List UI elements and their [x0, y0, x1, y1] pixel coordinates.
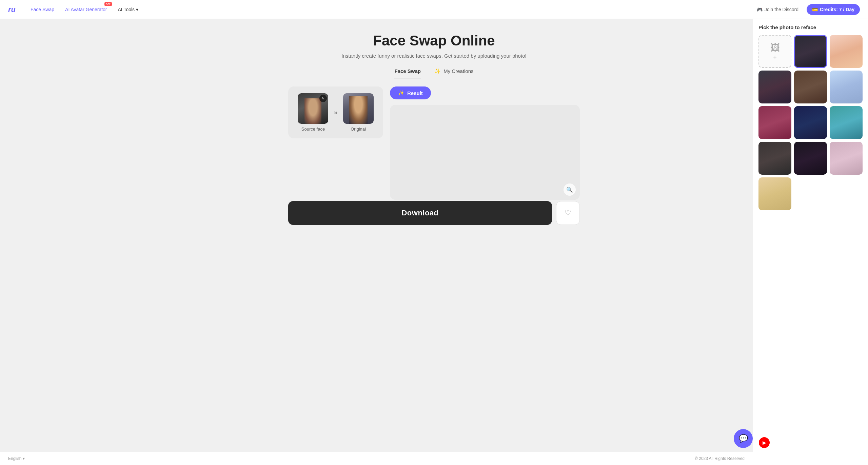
arrow-icon: » — [334, 109, 337, 116]
source-face-image[interactable]: ✎ — [298, 93, 328, 124]
download-button[interactable]: Download — [288, 201, 552, 225]
photo-thumb-6[interactable] — [758, 106, 791, 139]
tab-my-creations[interactable]: ✨ My Creations — [434, 68, 474, 78]
photo-thumb-2[interactable] — [830, 35, 863, 68]
chat-widget[interactable]: 💬 — [734, 429, 753, 448]
add-photo-icon: 🖼 — [770, 42, 780, 53]
zoom-button[interactable]: 🔍 — [564, 183, 576, 196]
photo-thumb-5[interactable] — [830, 71, 863, 103]
face-pair: ✎ Source face » Original — [295, 93, 376, 132]
workspace: ✎ Source face » Original ✨ — [288, 86, 580, 200]
footer: English ▾ © 2023 All Rights Reserved — [0, 452, 753, 465]
tab-bar: Face Swap ✨ My Creations — [394, 68, 473, 78]
main-nav: Face Swap AI Avatar Generator hot AI Too… — [26, 4, 753, 15]
bottom-actions: Download ♡ — [288, 201, 580, 225]
discord-icon: 🎮 — [757, 7, 763, 12]
nav-ai-avatar[interactable]: AI Avatar Generator hot — [61, 4, 111, 15]
photo-thumb-10[interactable] — [794, 142, 827, 175]
original-face-label: Original — [351, 127, 366, 132]
header: ru Face Swap AI Avatar Generator hot AI … — [0, 0, 868, 19]
center-content: Face Swap Online Instantly create funny … — [0, 19, 868, 465]
left-panel: ✎ Source face » Original — [288, 86, 383, 138]
photo-thumb-12[interactable] — [758, 177, 791, 210]
credits-icon: 💳 — [812, 7, 818, 12]
nav-ai-tools[interactable]: AI Tools ▾ — [114, 4, 143, 15]
tab-icon-creations: ✨ — [434, 68, 441, 74]
copyright: © 2023 All Rights Reserved — [695, 456, 745, 461]
photo-thumb-1[interactable] — [794, 35, 827, 68]
heart-icon: ♡ — [565, 209, 571, 217]
main-layout: Face Swap Online Instantly create funny … — [0, 19, 868, 465]
photo-thumb-8[interactable] — [830, 106, 863, 139]
logo: ru — [8, 5, 16, 14]
nav-face-swap[interactable]: Face Swap — [26, 4, 58, 15]
language-selector[interactable]: English ▾ — [8, 456, 25, 461]
source-face-label: Source face — [301, 127, 325, 132]
video-widget[interactable]: ▶ — [759, 437, 770, 448]
sidebar-title: Pick the photo to reface — [758, 24, 863, 30]
header-right: 🎮 Join the Discord 💳 Credits: 7 / Day — [753, 4, 860, 15]
right-sidebar: Pick the photo to reface 🖼 + — [753, 19, 868, 465]
zoom-icon: 🔍 — [566, 187, 573, 193]
result-icon: ✨ — [398, 90, 405, 96]
photo-thumb-11[interactable] — [830, 142, 863, 175]
page-subtitle: Instantly create funny or realistic face… — [341, 53, 526, 59]
result-button[interactable]: ✨ Result — [390, 86, 431, 99]
discord-button[interactable]: 🎮 Join the Discord — [753, 5, 803, 14]
photo-thumb-3[interactable] — [758, 71, 791, 103]
original-face-image[interactable] — [343, 93, 374, 124]
upload-photo-button[interactable]: 🖼 + — [758, 35, 791, 68]
like-button[interactable]: ♡ — [556, 201, 580, 225]
plus-icon: + — [773, 54, 777, 61]
chevron-down-icon: ▾ — [136, 7, 138, 12]
result-area: 🔍 — [390, 105, 580, 200]
chat-icon: 💬 — [739, 434, 748, 443]
play-icon: ▶ — [763, 440, 766, 445]
photo-grid: 🖼 + — [758, 35, 863, 210]
original-face-card: Original — [343, 93, 374, 132]
source-face-card: ✎ Source face — [298, 93, 328, 132]
page-title: Face Swap Online — [373, 33, 495, 49]
tab-face-swap[interactable]: Face Swap — [394, 68, 421, 78]
credits-button[interactable]: 💳 Credits: 7 / Day — [807, 4, 860, 15]
photo-thumb-4[interactable] — [794, 71, 827, 103]
right-panel: ✨ Result 🔍 — [390, 86, 580, 200]
photo-thumb-9[interactable] — [758, 142, 791, 175]
chevron-down-icon: ▾ — [23, 456, 25, 461]
photo-thumb-7[interactable] — [794, 106, 827, 139]
hot-badge: hot — [104, 2, 112, 6]
